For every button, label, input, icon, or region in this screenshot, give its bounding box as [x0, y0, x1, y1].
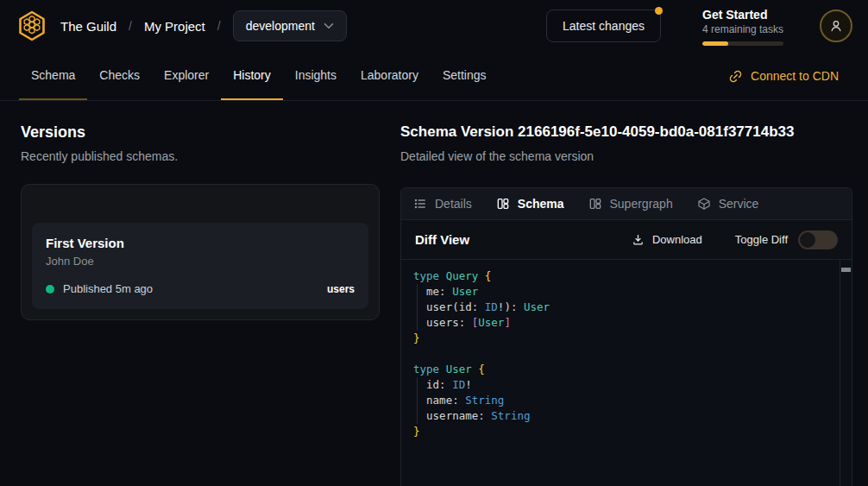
cube-icon: [697, 197, 711, 211]
breadcrumb-project[interactable]: My Project: [144, 19, 205, 34]
detail-tab-label: Details: [435, 197, 472, 211]
primary-nav: Schema Checks Explorer History Insights …: [0, 52, 868, 101]
code-line: }: [413, 424, 827, 439]
schema-version-subtitle: Detailed view of the schema version: [400, 148, 852, 165]
main-content: Versions Recently published schemas. Fir…: [0, 101, 868, 486]
user-avatar-button[interactable]: [820, 9, 852, 42]
code-scrollbar-track[interactable]: [840, 260, 852, 486]
code-line: type User {: [413, 362, 827, 377]
versions-title: Versions: [21, 122, 380, 142]
published-status-dot: [46, 285, 54, 293]
diff-view-header: Diff View Download Toggle Diff: [401, 219, 852, 259]
code-scrollbar-thumb[interactable]: [841, 268, 851, 272]
connect-to-cdn-link[interactable]: Connect to CDN: [728, 69, 852, 84]
code-line: [413, 346, 827, 362]
progress-fill: [702, 41, 728, 46]
detail-tab-details[interactable]: Details: [413, 197, 472, 211]
environment-select-value: development: [246, 19, 315, 33]
versions-list-card: First Version John Doe Published 5m ago …: [21, 184, 380, 320]
nav-right: Connect to CDN: [499, 52, 852, 100]
detail-tab-label: Service: [719, 197, 759, 211]
version-status-row: Published 5m ago users: [46, 282, 355, 295]
get-started-widget[interactable]: Get Started 4 remaining tasks: [702, 7, 785, 46]
code-line: name: String: [413, 393, 827, 408]
code-line: user(id: ID!): User: [413, 300, 827, 315]
guild-honeycomb-logo-icon[interactable]: [16, 9, 48, 42]
notification-dot: [655, 7, 663, 15]
top-bar: The Guild / My Project / development Lat…: [0, 0, 868, 52]
version-service-name: users: [327, 283, 355, 295]
toggle-diff-switch[interactable]: [798, 230, 838, 249]
get-started-title: Get Started: [702, 7, 785, 22]
schema-detail-panel: Details Schema Sup: [400, 187, 852, 486]
code-line: username: String: [413, 408, 827, 424]
nav-tab-schema[interactable]: Schema: [19, 52, 87, 100]
code-block[interactable]: type Query { me: User user(id: ID!): Use…: [401, 260, 852, 448]
toggle-diff-label: Toggle Diff: [735, 233, 788, 246]
detail-tab-label: Schema: [518, 197, 564, 211]
versions-subtitle: Recently published schemas.: [21, 148, 380, 165]
columns-icon: [588, 197, 602, 211]
version-author: John Doe: [46, 254, 355, 268]
download-label: Download: [652, 233, 702, 246]
nav-tab-insights[interactable]: Insights: [283, 52, 349, 100]
nav-tab-explorer[interactable]: Explorer: [152, 52, 221, 100]
schema-version-title: Schema Version 2166196f-5e10-4059-bd0a-0…: [400, 122, 852, 142]
version-name: First Version: [46, 235, 355, 252]
schema-version-section: Schema Version 2166196f-5e10-4059-bd0a-0…: [400, 101, 868, 486]
schema-code-viewer: type Query { me: User user(id: ID!): Use…: [401, 259, 852, 486]
nav-tab-laboratory[interactable]: Laboratory: [349, 52, 431, 100]
detail-tab-schema[interactable]: Schema: [496, 197, 564, 211]
connect-to-cdn-label: Connect to CDN: [751, 69, 839, 83]
code-line: }: [413, 331, 827, 346]
version-status-text: Published 5m ago: [63, 282, 153, 295]
columns-icon: [496, 197, 510, 211]
code-line: id: ID!: [413, 377, 827, 393]
latest-changes-button[interactable]: Latest changes: [546, 9, 661, 42]
detail-tabs: Details Schema Sup: [401, 188, 852, 219]
nav-tab-checks[interactable]: Checks: [87, 52, 152, 100]
version-list-item[interactable]: First Version John Doe Published 5m ago …: [32, 223, 368, 309]
detail-tab-label: Supergraph: [610, 197, 673, 211]
list-icon: [413, 197, 427, 211]
breadcrumb-org[interactable]: The Guild: [60, 19, 116, 34]
breadcrumb-separator: /: [217, 19, 221, 33]
person-icon: [828, 18, 844, 34]
code-line: me: User: [413, 284, 827, 300]
versions-section: Versions Recently published schemas. Fir…: [0, 101, 400, 486]
nav-tab-settings[interactable]: Settings: [431, 52, 499, 100]
code-line: users: [User]: [413, 315, 827, 331]
nav-tab-history[interactable]: History: [221, 52, 283, 100]
toggle-diff-knob: [800, 232, 815, 248]
chevron-down-icon: [324, 22, 334, 29]
link-icon: [728, 69, 743, 84]
get-started-subtitle: 4 remaining tasks: [702, 23, 785, 36]
download-button[interactable]: Download: [632, 233, 702, 246]
diff-view-title: Diff View: [415, 232, 469, 247]
get-started-progress-track: [702, 41, 783, 46]
breadcrumb-separator: /: [129, 19, 132, 33]
download-icon: [632, 233, 645, 246]
code-line: type Query {: [413, 268, 827, 284]
environment-select[interactable]: development: [233, 10, 347, 41]
latest-changes-label: Latest changes: [563, 19, 645, 33]
detail-tab-supergraph[interactable]: Supergraph: [588, 197, 673, 211]
detail-tab-service[interactable]: Service: [697, 197, 759, 211]
